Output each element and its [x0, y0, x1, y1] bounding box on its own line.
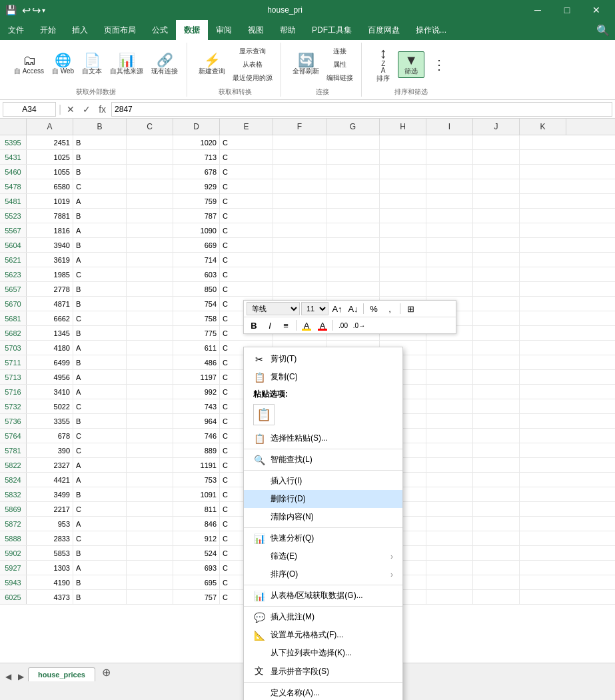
- cell-a-22[interactable]: 2327: [27, 458, 73, 472]
- row-number[interactable]: 5523: [0, 209, 27, 223]
- existing-connections-button[interactable]: 🔗 现有连接: [148, 51, 181, 78]
- mini-fill-color-button[interactable]: A: [299, 319, 314, 332]
- cell-g-8[interactable]: [326, 253, 380, 267]
- cell-h-10[interactable]: [380, 282, 426, 296]
- cell-d-19[interactable]: 964: [173, 414, 220, 428]
- mini-borders-button[interactable]: ⊞: [403, 302, 418, 315]
- tab-data[interactable]: 数据: [176, 20, 208, 40]
- cell-c-27[interactable]: [127, 531, 173, 545]
- cell-j-26[interactable]: [473, 517, 520, 531]
- row-number[interactable]: 5670: [0, 297, 27, 311]
- formula-input[interactable]: [111, 102, 612, 117]
- cell-h-2[interactable]: [380, 165, 426, 179]
- cell-d-21[interactable]: 889: [173, 443, 220, 457]
- cell-b-18[interactable]: C: [73, 399, 127, 413]
- col-header-f[interactable]: F: [273, 119, 326, 135]
- cell-b-11[interactable]: B: [73, 297, 127, 311]
- row-number[interactable]: 5481: [0, 194, 27, 208]
- cell-b-24[interactable]: B: [73, 487, 127, 501]
- cell-a-6[interactable]: 1816: [27, 223, 73, 237]
- cell-d-7[interactable]: 669: [173, 238, 220, 252]
- cell-h-6[interactable]: [380, 223, 426, 237]
- cell-f-10[interactable]: [273, 282, 326, 296]
- row-number[interactable]: 5927: [0, 561, 27, 575]
- cell-g-5[interactable]: [326, 209, 380, 223]
- ctx-clear-content[interactable]: 清除内容(N): [244, 508, 402, 526]
- cell-g-6[interactable]: [326, 223, 380, 237]
- ctx-get-from-table[interactable]: 📊 从表格/区域获取数据(G)...: [244, 587, 402, 605]
- cell-g-9[interactable]: [326, 267, 380, 281]
- cell-b-13[interactable]: B: [73, 326, 127, 340]
- cell-d-29[interactable]: 693: [173, 561, 220, 575]
- mini-percent-button[interactable]: %: [366, 302, 381, 315]
- cell-g-3[interactable]: [326, 179, 380, 193]
- cell-b-14[interactable]: A: [73, 341, 127, 355]
- col-header-j[interactable]: J: [473, 119, 520, 135]
- cell-j-1[interactable]: [473, 150, 520, 164]
- maximize-button[interactable]: □: [554, 0, 580, 20]
- next-sheet-button[interactable]: ▶: [15, 672, 27, 681]
- mini-size-selector[interactable]: 11: [301, 302, 328, 315]
- cell-j-8[interactable]: [473, 253, 520, 267]
- cell-e-5[interactable]: C: [220, 209, 273, 223]
- row-number[interactable]: 5431: [0, 150, 27, 164]
- ctx-paste-special[interactable]: 📋 选择性粘贴(S)...: [244, 429, 402, 447]
- cell-a-16[interactable]: 4956: [27, 370, 73, 384]
- row-number[interactable]: 5943: [0, 575, 27, 589]
- cell-g-7[interactable]: [326, 238, 380, 252]
- cell-d-28[interactable]: 524: [173, 546, 220, 560]
- cell-j-24[interactable]: [473, 487, 520, 501]
- cell-d-10[interactable]: 850: [173, 282, 220, 296]
- cell-i-26[interactable]: [426, 517, 473, 531]
- cell-b-0[interactable]: B: [73, 135, 127, 149]
- tab-review[interactable]: 审阅: [208, 20, 240, 40]
- confirm-formula-button[interactable]: ✓: [80, 103, 93, 116]
- cell-c-8[interactable]: [127, 253, 173, 267]
- ctx-smart-lookup[interactable]: 🔍 智能查找(L): [244, 451, 402, 469]
- col-header-a[interactable]: A: [27, 119, 73, 135]
- row-number[interactable]: 5822: [0, 458, 27, 472]
- cell-d-26[interactable]: 846: [173, 517, 220, 531]
- cell-b-28[interactable]: B: [73, 546, 127, 560]
- col-header-d[interactable]: D: [173, 119, 220, 135]
- cell-j-10[interactable]: [473, 282, 520, 296]
- cell-d-27[interactable]: 912: [173, 531, 220, 545]
- row-number[interactable]: 5604: [0, 238, 27, 252]
- cell-j-4[interactable]: [473, 194, 520, 208]
- filter-button[interactable]: ▼ 筛选: [398, 51, 424, 78]
- cell-i-20[interactable]: [426, 429, 473, 443]
- ctx-pick-list[interactable]: 从下拉列表中选择(K)...: [244, 644, 402, 662]
- cell-i-14[interactable]: [426, 341, 473, 355]
- cell-i-7[interactable]: [426, 238, 473, 252]
- cell-b-30[interactable]: B: [73, 575, 127, 589]
- cell-i-19[interactable]: [426, 414, 473, 428]
- cell-h-1[interactable]: [380, 150, 426, 164]
- cell-d-8[interactable]: 714: [173, 253, 220, 267]
- undo-button[interactable]: ↩: [22, 4, 31, 17]
- cell-c-15[interactable]: [127, 355, 173, 369]
- cell-j-19[interactable]: [473, 414, 520, 428]
- mini-italic-button[interactable]: I: [263, 319, 277, 332]
- cell-i-16[interactable]: [426, 370, 473, 384]
- cell-c-14[interactable]: [127, 341, 173, 355]
- row-number[interactable]: 5621: [0, 253, 27, 267]
- cell-j-29[interactable]: [473, 561, 520, 575]
- tab-baidu[interactable]: 百度网盘: [360, 20, 408, 40]
- cell-b-8[interactable]: A: [73, 253, 127, 267]
- cell-d-17[interactable]: 992: [173, 385, 220, 399]
- cell-j-17[interactable]: [473, 385, 520, 399]
- cell-a-20[interactable]: 678: [27, 429, 73, 443]
- row-number[interactable]: 5716: [0, 385, 27, 399]
- refresh-all-button[interactable]: 🔄 全部刷新: [289, 51, 322, 78]
- cell-a-5[interactable]: 7881: [27, 209, 73, 223]
- cell-d-11[interactable]: 754: [173, 297, 220, 311]
- cell-i-24[interactable]: [426, 487, 473, 501]
- cell-f-3[interactable]: [273, 179, 326, 193]
- cell-b-6[interactable]: A: [73, 223, 127, 237]
- mini-font-color-button[interactable]: A: [315, 319, 330, 332]
- sort-button[interactable]: ↕ZA 排序: [370, 44, 396, 85]
- cell-f-8[interactable]: [273, 253, 326, 267]
- row-number[interactable]: 5657: [0, 282, 27, 296]
- cell-b-16[interactable]: A: [73, 370, 127, 384]
- mini-font-selector[interactable]: 等线: [247, 302, 300, 315]
